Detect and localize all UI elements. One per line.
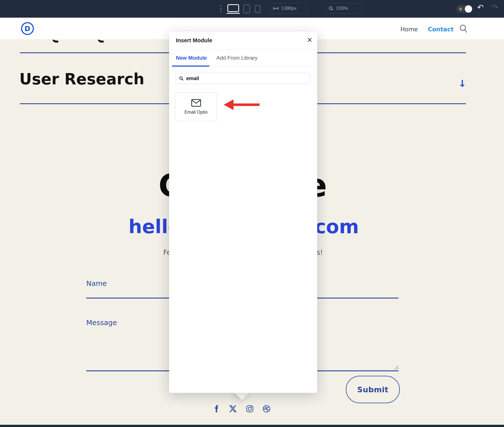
name-field-label: Name	[86, 279, 107, 288]
sun-icon	[458, 7, 463, 11]
modal-tabs: New Module Add From Library	[169, 50, 317, 67]
submit-button-label: Submit	[357, 385, 388, 394]
phone-view-icon[interactable]	[255, 5, 260, 13]
tab-add-from-library[interactable]: Add From Library	[216, 50, 258, 66]
module-search-input[interactable]	[186, 76, 307, 81]
width-arrows-icon	[273, 6, 279, 10]
section-title: User Research	[19, 70, 144, 88]
viewport-width-value: 1388px	[281, 6, 297, 11]
module-search-box	[176, 73, 310, 84]
redo-icon[interactable]: ↷	[492, 3, 498, 12]
textarea-resize-handle[interactable]	[393, 364, 399, 370]
zoom-level-input[interactable]: 100%	[325, 3, 363, 14]
tablet-view-icon[interactable]	[243, 4, 250, 13]
builder-toolbar: 1388px 100% ↶ ↷	[0, 0, 504, 18]
viewport-width-input[interactable]: 1388px	[269, 3, 308, 14]
theme-toggle[interactable]	[456, 5, 473, 13]
annotation-arrow-icon	[223, 99, 260, 111]
close-icon[interactable]: ×	[307, 35, 312, 45]
scroll-down-arrow-icon[interactable]: ↓	[458, 78, 466, 89]
modal-header: Insert Module ×	[169, 32, 317, 50]
instagram-icon[interactable]	[246, 405, 254, 413]
toggle-knob	[465, 5, 472, 13]
message-field-label: Message	[86, 319, 117, 327]
social-links	[212, 405, 271, 413]
submit-button[interactable]: Submit	[346, 376, 400, 403]
modal-title: Insert Module	[176, 37, 212, 44]
magnifier-icon	[329, 6, 333, 11]
divi-builder-screen: 1388px 100% ↶ ↷ D Home Contact	[0, 0, 504, 427]
desktop-view-icon[interactable]	[227, 4, 239, 12]
zoom-level-value: 100%	[336, 6, 348, 11]
facebook-icon[interactable]	[212, 405, 220, 413]
module-card-email-optin[interactable]: Email Optin	[175, 92, 217, 121]
dribbble-icon[interactable]	[262, 405, 271, 413]
email-link-fragment-right[interactable]: com	[315, 217, 359, 236]
nav-link-contact[interactable]: Contact	[428, 26, 454, 33]
builder-bottom-bar	[0, 425, 504, 427]
insert-module-modal: Insert Module × New Module Add From Libr…	[169, 32, 317, 393]
envelope-icon	[191, 99, 201, 107]
divi-logo[interactable]: D	[21, 22, 34, 35]
module-card-label: Email Optin	[185, 110, 208, 115]
nav-link-home[interactable]: Home	[400, 26, 418, 33]
search-icon[interactable]	[459, 24, 467, 34]
subtext-fragment-right: s!	[317, 249, 323, 256]
undo-icon[interactable]: ↶	[477, 3, 484, 12]
more-options-icon[interactable]	[220, 5, 221, 12]
x-twitter-icon[interactable]	[229, 405, 237, 413]
search-icon	[179, 76, 184, 81]
tab-new-module[interactable]: New Module	[176, 50, 207, 66]
